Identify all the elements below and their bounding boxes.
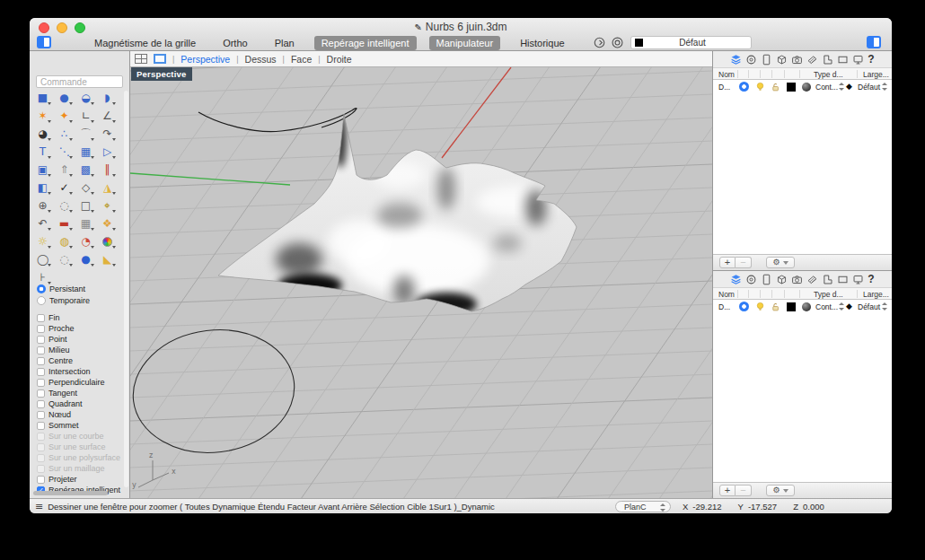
single-viewport-icon[interactable] bbox=[154, 54, 166, 64]
material-preview-icon[interactable] bbox=[802, 302, 811, 311]
tool-lock-icon[interactable]: ◍ bbox=[56, 234, 73, 249]
current-layer-field[interactable]: Défaut bbox=[630, 36, 752, 49]
panel-tab-monitor-icon[interactable] bbox=[852, 274, 864, 285]
layer-row[interactable]: D...Cont...◆Défaut bbox=[713, 80, 892, 93]
osnap-checkbox[interactable]: Tangent bbox=[37, 388, 130, 398]
tool-curve-handles-icon[interactable]: ↷ bbox=[99, 127, 116, 142]
nurbs-surface[interactable] bbox=[218, 110, 577, 316]
stepper-icon[interactable] bbox=[838, 83, 844, 91]
panel-tab-corner-panel-icon[interactable] bbox=[822, 274, 833, 285]
lock-icon[interactable] bbox=[771, 302, 780, 311]
panel-tab-target-icon[interactable] bbox=[745, 54, 757, 66]
toolbar-button[interactable]: Plan bbox=[268, 36, 302, 50]
gear-menu-button[interactable]: ⚙ bbox=[766, 257, 795, 268]
material-preview-icon[interactable] bbox=[802, 83, 811, 92]
tool-explode-icon[interactable]: ✦ bbox=[56, 109, 73, 124]
viewport-canvas[interactable]: z x y Perspective bbox=[130, 67, 712, 498]
tool-zoom-target-icon[interactable]: ⌖ bbox=[99, 198, 116, 214]
lock-icon[interactable] bbox=[771, 82, 780, 92]
panel-tab-camera-icon[interactable] bbox=[791, 54, 803, 66]
visibility-bulb-icon[interactable] bbox=[755, 302, 765, 311]
osnap-checkbox[interactable]: Sommet bbox=[37, 420, 130, 431]
command-input[interactable] bbox=[36, 75, 123, 88]
toolbar-button[interactable]: Magnétisme de la grille bbox=[87, 36, 203, 50]
osnap-checkbox[interactable]: Proche bbox=[37, 323, 130, 334]
panel-tab-corner-panel-icon[interactable] bbox=[822, 54, 833, 66]
toolbar-button[interactable]: Ortho bbox=[216, 36, 255, 50]
stepper-icon[interactable] bbox=[881, 302, 887, 311]
tool-box-icon[interactable]: ■ bbox=[34, 91, 51, 106]
tool-zoom-dynamic-icon[interactable]: ◌ bbox=[56, 198, 73, 214]
tool-sphere-solid-icon[interactable]: ● bbox=[77, 252, 94, 267]
toolbar-button[interactable]: Repérage intelligent bbox=[314, 36, 417, 50]
viewport-tab[interactable]: Dessus bbox=[245, 54, 277, 65]
menu-icon[interactable]: ≡ bbox=[35, 501, 43, 512]
left-sidebar-toggle-icon[interactable] bbox=[37, 36, 51, 48]
toolbar-button[interactable]: Manipulateur bbox=[429, 36, 501, 50]
current-layer-icon[interactable] bbox=[739, 302, 749, 311]
panel-tab-rectangle-icon[interactable] bbox=[837, 274, 849, 285]
remove-layer-button[interactable]: − bbox=[736, 257, 752, 268]
panel-tab-layers-icon[interactable] bbox=[730, 274, 742, 285]
print-color-value[interactable]: Défaut bbox=[858, 302, 880, 311]
tool-zoom-window-icon[interactable]: □ bbox=[77, 198, 94, 214]
layer-list[interactable]: D...Cont...◆Défaut bbox=[713, 80, 892, 254]
target-circles-icon[interactable] bbox=[611, 36, 624, 49]
tool-plane-icon[interactable]: ◮ bbox=[99, 180, 116, 196]
tool-pan-icon[interactable]: ✶ bbox=[34, 109, 51, 124]
circular-arrow-icon[interactable] bbox=[593, 36, 606, 49]
add-layer-button[interactable]: + bbox=[719, 257, 736, 268]
sidebar-hscrollbar[interactable] bbox=[33, 491, 108, 495]
gear-menu-button[interactable]: ⚙ bbox=[766, 485, 795, 496]
panel-tab-layers-icon[interactable] bbox=[730, 54, 742, 66]
osnap-checkbox[interactable]: Milieu bbox=[37, 345, 130, 355]
tool-sphere-icon[interactable]: ● bbox=[56, 91, 73, 106]
tool-fillet-icon[interactable]: ∟ bbox=[77, 109, 94, 124]
viewport-tab[interactable]: Droite bbox=[327, 54, 352, 65]
print-color-value[interactable]: Défaut bbox=[858, 83, 880, 92]
tool-lamp-icon[interactable]: ☼ bbox=[34, 234, 51, 249]
right-panel-toggle-icon[interactable] bbox=[867, 36, 881, 48]
panel-tab-help-icon[interactable]: ? bbox=[868, 274, 874, 285]
current-layer-icon[interactable] bbox=[739, 82, 749, 92]
panel-tab-page-icon[interactable] bbox=[761, 54, 772, 66]
osnap-checkbox[interactable]: Intersection bbox=[37, 366, 130, 377]
osnap-checkbox[interactable]: Perpendiculaire bbox=[37, 377, 130, 388]
remove-layer-button[interactable]: − bbox=[736, 485, 752, 496]
stepper-icon[interactable] bbox=[838, 302, 844, 311]
sidebar-vscrollbar[interactable] bbox=[124, 91, 128, 487]
linetype-value[interactable]: Cont... bbox=[815, 302, 838, 311]
tool-loft-icon[interactable]: ◒ bbox=[77, 91, 94, 106]
tool-color-wheel-icon[interactable] bbox=[99, 234, 116, 249]
add-layer-button[interactable]: + bbox=[719, 485, 736, 496]
tool-polyline-icon[interactable]: ⋱ bbox=[56, 144, 73, 160]
tool-undo-view-icon[interactable]: ↶ bbox=[34, 216, 51, 232]
panel-tab-hatch-icon[interactable] bbox=[806, 54, 818, 66]
four-viewports-icon[interactable] bbox=[135, 54, 147, 64]
osnap-checkbox[interactable]: Point bbox=[37, 334, 130, 345]
viewport-title-badge[interactable]: Perspective bbox=[131, 67, 192, 81]
tool-check-icon[interactable]: ✓ bbox=[56, 180, 73, 196]
panel-tab-camera-icon[interactable] bbox=[791, 274, 803, 285]
panel-tab-help-icon[interactable]: ? bbox=[868, 54, 874, 66]
tool-wire-box-icon[interactable]: ◇ bbox=[77, 180, 94, 196]
stepper-icon[interactable] bbox=[881, 83, 887, 91]
tool-sweep-icon[interactable]: ◗ bbox=[99, 91, 116, 106]
osnap-checkbox[interactable]: Quadrant bbox=[37, 398, 130, 409]
tool-cone-icon[interactable]: ◣ bbox=[99, 252, 116, 267]
tool-map-icon[interactable]: ▦ bbox=[77, 216, 94, 232]
osnap-radio[interactable]: Persistant bbox=[37, 283, 130, 294]
tool-car-icon[interactable]: ▬ bbox=[56, 216, 73, 232]
visibility-bulb-icon[interactable] bbox=[755, 82, 765, 92]
layer-list[interactable]: D...Cont...◆Défaut bbox=[713, 300, 892, 482]
osnap-checkbox[interactable]: Centre bbox=[37, 355, 130, 366]
panel-tab-hatch-icon[interactable] bbox=[806, 274, 818, 285]
linetype-value[interactable]: Cont... bbox=[815, 83, 838, 92]
tool-array-icon[interactable]: ▦ bbox=[77, 144, 94, 160]
toolbar-button[interactable]: Historique bbox=[513, 36, 572, 50]
viewport-tab[interactable]: Face bbox=[291, 54, 312, 65]
layer-color-swatch[interactable] bbox=[787, 83, 796, 92]
panel-tab-monitor-icon[interactable] bbox=[852, 54, 864, 66]
tool-curve-icon[interactable]: ⌒ bbox=[77, 127, 94, 142]
tool-text-icon[interactable]: T bbox=[34, 144, 51, 160]
